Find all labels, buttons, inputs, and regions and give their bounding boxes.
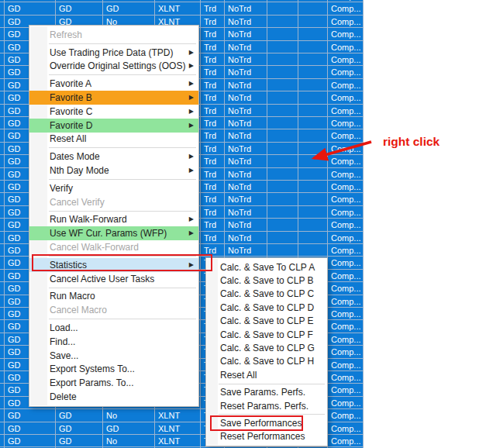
menu-item-calc-save-to-clp-g[interactable]: Calc. & Save to CLP G: [206, 341, 327, 354]
table-cell[interactable]: Comp...: [328, 320, 364, 333]
table-cell[interactable]: Trd: [201, 66, 225, 78]
table-cell[interactable]: GD: [56, 422, 103, 435]
table-cell[interactable]: Comp...: [328, 384, 364, 396]
table-cell[interactable]: Comp...: [328, 2, 364, 15]
table-cell[interactable]: Comp...: [328, 371, 364, 384]
table-cell[interactable]: NoTrd: [225, 206, 267, 219]
table-cell[interactable]: [267, 105, 298, 117]
table-cell[interactable]: Comp...: [328, 270, 364, 282]
table-cell[interactable]: [298, 244, 328, 257]
table-cell[interactable]: [267, 2, 298, 15]
table-cell[interactable]: Comp...: [328, 346, 364, 358]
table-cell[interactable]: [298, 79, 328, 91]
menu-item-cancel-active-user-tasks[interactable]: Cancel Active User Tasks: [29, 272, 198, 286]
menu-item-reset-performances[interactable]: Reset Performances: [206, 430, 327, 443]
table-cell[interactable]: Trd: [201, 155, 225, 167]
table-cell[interactable]: GD: [103, 422, 155, 435]
table-cell[interactable]: Comp...: [328, 129, 364, 142]
table-cell[interactable]: NoTrd: [225, 181, 267, 193]
table-cell[interactable]: [267, 143, 298, 155]
table-cell[interactable]: NoTrd: [225, 143, 267, 155]
table-cell[interactable]: [298, 41, 328, 53]
menu-item-delete[interactable]: Delete: [29, 390, 198, 404]
table-cell[interactable]: GD: [5, 422, 56, 435]
menu-item-dates-mode[interactable]: Dates Mode▶: [29, 150, 198, 164]
table-cell[interactable]: Comp...: [328, 232, 364, 244]
table-cell[interactable]: [267, 168, 298, 181]
menu-item-calc-save-to-clp-b[interactable]: Calc. & Save to CLP B: [206, 274, 327, 287]
menu-item-use-trading-price-data-tpd[interactable]: Use Trading Price Data (TPD)▶: [29, 46, 198, 60]
table-cell[interactable]: XLNT: [155, 435, 201, 447]
table-cell[interactable]: Comp...: [328, 41, 364, 53]
menu-item-favorite-d[interactable]: Favorite D▶: [29, 119, 198, 133]
table-cell[interactable]: [298, 91, 328, 104]
table-cell[interactable]: Comp...: [328, 397, 364, 409]
menu-item-calc-save-to-clp-d[interactable]: Calc. & Save to CLP D: [206, 301, 327, 314]
menu-item-verify[interactable]: Verify: [29, 181, 198, 195]
menu-item-use-wf-cur-params-wfp[interactable]: Use WF Cur. Params (WFP)▶: [29, 226, 198, 240]
table-cell[interactable]: [298, 28, 328, 40]
table-cell[interactable]: No: [103, 435, 155, 447]
table-cell[interactable]: NoTrd: [225, 41, 267, 53]
table-cell[interactable]: Comp...: [328, 257, 364, 269]
table-cell[interactable]: NoTrd: [225, 16, 267, 28]
table-cell[interactable]: [298, 129, 328, 142]
table-cell[interactable]: Trd: [201, 129, 225, 142]
table-cell[interactable]: Trd: [201, 193, 225, 205]
table-cell[interactable]: [267, 219, 298, 231]
table-cell[interactable]: Comp...: [328, 105, 364, 117]
table-cell[interactable]: Trd: [201, 28, 225, 40]
table-cell[interactable]: Trd: [201, 219, 225, 231]
menu-item-load[interactable]: Load...: [29, 321, 198, 335]
table-cell[interactable]: [267, 117, 298, 129]
table-cell[interactable]: Comp...: [328, 117, 364, 129]
menu-item-save-params-perfs[interactable]: Save Params. Perfs.: [206, 386, 327, 399]
table-cell[interactable]: Trd: [201, 232, 225, 244]
table-cell[interactable]: XLNT: [155, 422, 201, 435]
menu-item-calc-save-to-clp-e[interactable]: Calc. & Save to CLP E: [206, 315, 327, 328]
table-cell[interactable]: [298, 16, 328, 28]
table-cell[interactable]: XLNT: [155, 409, 201, 422]
table-cell[interactable]: Comp...: [328, 193, 364, 205]
table-cell[interactable]: GD: [103, 2, 155, 15]
table-cell[interactable]: Trd: [201, 16, 225, 28]
table-cell[interactable]: Trd: [201, 91, 225, 104]
table-cell[interactable]: Comp...: [328, 333, 364, 346]
table-cell[interactable]: Comp...: [328, 206, 364, 219]
menu-item-favorite-a[interactable]: Favorite A▶: [29, 77, 198, 91]
table-cell[interactable]: NoTrd: [225, 129, 267, 142]
table-cell[interactable]: [267, 66, 298, 78]
table-cell[interactable]: [298, 53, 328, 66]
table-cell[interactable]: NoTrd: [225, 2, 267, 15]
table-cell[interactable]: Comp...: [328, 53, 364, 66]
menu-item-reset-params-perfs[interactable]: Reset Params. Perfs.: [206, 399, 327, 412]
table-cell[interactable]: [267, 79, 298, 91]
table-cell[interactable]: [267, 244, 298, 257]
menu-item-reset-all[interactable]: Reset All: [206, 368, 327, 381]
table-cell[interactable]: Trd: [201, 181, 225, 193]
table-cell[interactable]: [267, 193, 298, 205]
table-cell[interactable]: [267, 206, 298, 219]
table-cell[interactable]: [298, 232, 328, 244]
table-cell[interactable]: GD: [5, 435, 56, 447]
table-cell[interactable]: GD: [56, 409, 103, 422]
table-cell[interactable]: NoTrd: [225, 79, 267, 91]
table-cell[interactable]: Comp...: [328, 181, 364, 193]
table-cell[interactable]: [298, 2, 328, 15]
table-cell[interactable]: NoTrd: [225, 155, 267, 167]
table-cell[interactable]: [267, 129, 298, 142]
table-cell[interactable]: [267, 53, 298, 66]
table-cell[interactable]: [298, 143, 328, 155]
table-cell[interactable]: Trd: [201, 143, 225, 155]
menu-item-favorite-b[interactable]: Favorite B▶: [29, 91, 198, 105]
menu-item-run-macro[interactable]: Run Macro: [29, 290, 198, 304]
table-cell[interactable]: Comp...: [328, 282, 364, 295]
table-cell[interactable]: NoTrd: [225, 168, 267, 181]
menu-item-nth-day-mode[interactable]: Nth Day Mode▶: [29, 164, 198, 177]
table-cell[interactable]: [267, 28, 298, 40]
table-cell[interactable]: [298, 155, 328, 167]
table-cell[interactable]: Trd: [201, 117, 225, 129]
menu-item-find[interactable]: Find...: [29, 335, 198, 349]
menu-item-export-systems-to[interactable]: Export Systems To...: [29, 363, 198, 377]
table-cell[interactable]: Comp...: [328, 16, 364, 28]
